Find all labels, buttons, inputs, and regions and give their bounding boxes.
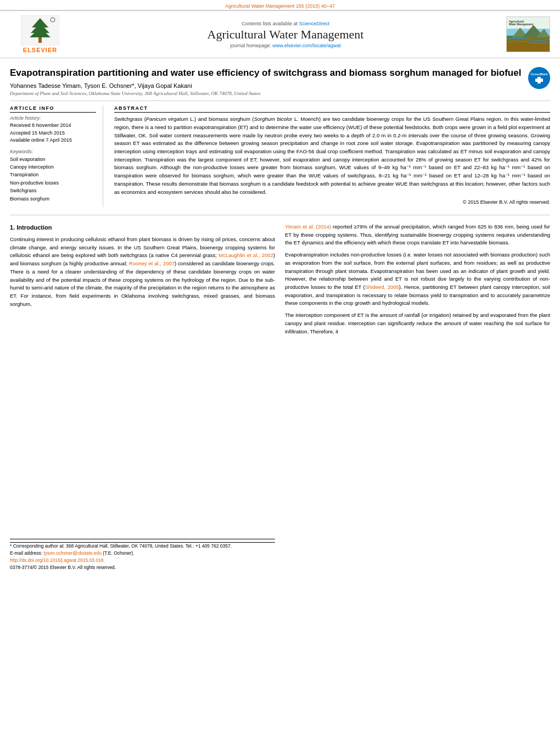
intro-para-4: The interception component of ET is the … (285, 311, 550, 336)
doi-line: http://dx.doi.org/10.1016/j.agwat.2015.0… (10, 557, 275, 564)
crossmark-icon: CrossMark (529, 68, 550, 88)
header-left: ELSEVIER (10, 15, 70, 53)
yimam-ref[interactable]: Yimam et al. (2014) (285, 224, 331, 230)
keyword-biomass-sorghum: Biomass sorghum (10, 195, 96, 203)
top-journal-citation: Agricultural Water Management 155 (2015)… (0, 0, 560, 10)
elsevier-label: ELSEVIER (23, 47, 57, 53)
body-column-left: 1. Introduction Continuing interest in p… (10, 223, 275, 571)
rooney-ref[interactable]: Rooney et al., 2007 (129, 260, 175, 266)
article-info-panel: ARTICLE INFO Article history: Received 8… (10, 105, 103, 207)
article-title-section: Evapotranspiration partitioning and wate… (10, 67, 550, 101)
received-date: Received 8 November 2014 (10, 122, 96, 130)
journal-cover-image: Agricultural Water Management (507, 16, 550, 52)
keyword-transpiration: Transpiration (10, 171, 96, 178)
journal-title: Agricultural Water Management (76, 27, 495, 42)
article-history-title: Article history: (10, 115, 96, 121)
article-abstract: ABSTRACT Switchgrass (Panicum virgatum L… (114, 105, 550, 207)
svg-text:Water Management: Water Management (509, 23, 534, 26)
email-link[interactable]: tyson.ochsner@okstate.edu (43, 550, 102, 556)
contents-available-line: Contents lists available at ScienceDirec… (76, 21, 495, 26)
svg-text:Agricultural: Agricultural (509, 20, 524, 23)
article-info-header: ARTICLE INFO (10, 105, 96, 113)
intro-para-2: Yimam et al. (2014) reported ≥79% of the… (285, 223, 550, 247)
available-date: Available online 7 April 2015 (10, 137, 96, 144)
article-info-row: ARTICLE INFO Article history: Received 8… (10, 105, 550, 207)
abstract-header: ABSTRACT (114, 105, 550, 113)
journal-homepage-link[interactable]: www.elsevier.com/locate/agwat (272, 43, 341, 48)
journal-header: ELSEVIER Contents lists available at Sci… (0, 10, 560, 58)
svg-text:CrossMark: CrossMark (530, 72, 548, 76)
body-column-right: Yimam et al. (2014) reported ≥79% of the… (285, 223, 550, 571)
section1-title: 1. Introduction (10, 223, 275, 232)
article-area: Evapotranspiration partitioning and wate… (0, 58, 560, 576)
header-right: Agricultural Water Management (501, 16, 550, 52)
copyright-line: © 2015 Elsevier B.V. All rights reserved… (114, 199, 550, 205)
accepted-date: Accepted 15 March 2015 (10, 130, 96, 137)
journal-thumbnail: Agricultural Water Management (506, 16, 550, 52)
elsevier-tree-icon (21, 15, 59, 46)
corresponding-footnote: * Corresponding author at: 368 Agricultu… (10, 543, 275, 550)
keywords-section: Keywords: Soil evaporation Canopy interc… (10, 149, 96, 203)
keyword-switchgrass: Switchgrass (10, 187, 96, 194)
keyword-soil-evaporation: Soil evaporation (10, 155, 96, 163)
article-history-section: Article history: Received 8 November 201… (10, 115, 96, 144)
header-center: Contents lists available at ScienceDirec… (76, 21, 495, 48)
article-title-text: Evapotranspiration partitioning and wate… (10, 67, 523, 96)
sciencedirect-link[interactable]: ScienceDirect (299, 21, 330, 26)
mclaughlin-ref[interactable]: McLaughlin et al., 2002 (219, 252, 273, 258)
svg-rect-18 (535, 79, 543, 82)
keywords-title: Keywords: (10, 149, 96, 154)
intro-para-3: Evapotranspiration includes non-producti… (285, 251, 550, 308)
intro-para-1: Continuing interest in producing cellulo… (10, 236, 275, 308)
article-authors: Yohannes Tadesse Yimam, Tyson E. Ochsner… (10, 82, 523, 89)
footnote-separator: * Corresponding author at: 368 Agricultu… (10, 539, 275, 571)
keyword-non-productive: Non-productive losses (10, 179, 96, 187)
article-title: Evapotranspiration partitioning and wate… (10, 67, 523, 79)
abstract-text: Switchgrass (Panicum virgatum L.) and bi… (114, 115, 550, 196)
homepage-line: journal homepage: www.elsevier.com/locat… (76, 43, 495, 48)
crossmark-badge[interactable]: CrossMark (528, 67, 550, 89)
elsevier-logo: ELSEVIER (10, 15, 70, 53)
page-container: Agricultural Water Management 155 (2015)… (0, 0, 560, 742)
article-affiliation: Department of Plant and Soil Sciences, O… (10, 91, 523, 96)
section-divider (10, 215, 550, 215)
doi-link[interactable]: http://dx.doi.org/10.1016/j.agwat.2015.0… (10, 557, 104, 563)
issn-line: 0378-3774/© 2015 Elsevier B.V. All right… (10, 564, 275, 571)
keyword-canopy-interception: Canopy interception (10, 163, 96, 171)
body-columns: 1. Introduction Continuing interest in p… (10, 223, 550, 577)
footnote-area: * Corresponding author at: 368 Agricultu… (10, 542, 275, 571)
shideed-ref[interactable]: Shideed, 2005 (365, 284, 399, 290)
email-footnote: E-mail address: tyson.ochsner@okstate.ed… (10, 550, 275, 557)
